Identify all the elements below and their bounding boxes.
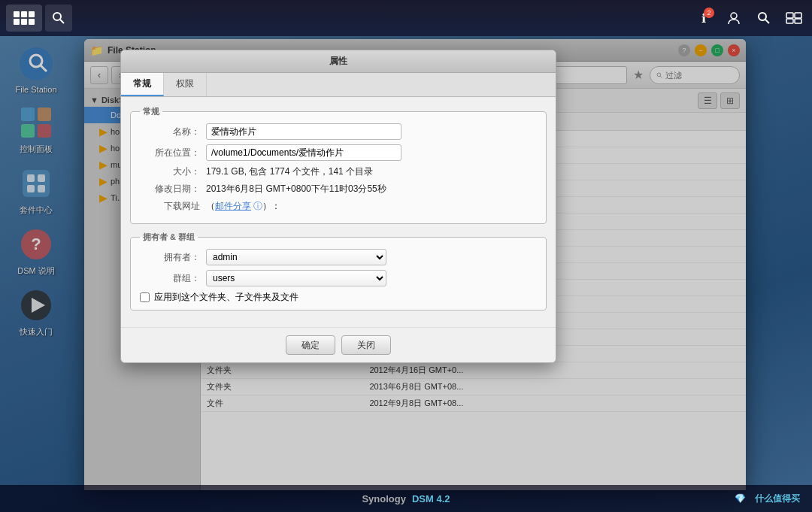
tab-general[interactable]: 常规	[121, 73, 164, 96]
taskbar-apps	[6, 5, 72, 32]
location-row: 所在位置：	[140, 144, 537, 161]
group-select-wrapper: usersadministratorshttp	[206, 270, 386, 286]
group-select[interactable]: usersadministratorshttp	[206, 270, 386, 286]
svg-point-0	[53, 13, 61, 20]
svg-point-2	[731, 13, 737, 19]
brand-watermark: 💎 什么值得买	[732, 492, 803, 505]
app-grid-button[interactable]	[6, 5, 42, 32]
modified-value: 2013年6月8日 GMT+0800下午11时03分55秒	[206, 183, 386, 195]
apply-checkbox[interactable]	[140, 292, 150, 302]
owner-group-legend: 拥有者 & 群组	[140, 232, 198, 243]
size-label: 大小：	[140, 165, 200, 178]
apply-label: 应用到这个文件夹、子文件夹及文件	[154, 291, 298, 304]
general-section: 常规 名称： 所在位置： 大小： 179.1 GB, 包含 1774 个文件，1…	[130, 106, 547, 224]
owner-group-section: 拥有者 & 群组 拥有者： adminguest 群组： usersadmini…	[130, 232, 547, 311]
modified-row: 修改日期： 2013年6月8日 GMT+0800下午11时03分55秒	[140, 183, 537, 195]
name-row: 名称：	[140, 123, 537, 140]
size-row: 大小： 179.1 GB, 包含 1774 个文件，141 个目录	[140, 165, 537, 178]
download-value: （邮件分享 ⓘ）：	[206, 200, 280, 213]
close-dialog-button[interactable]: 关闭	[341, 335, 391, 355]
dialog-content: 常规 名称： 所在位置： 大小： 179.1 GB, 包含 1774 个文件，1…	[121, 97, 556, 327]
info-circle: ⓘ	[253, 201, 262, 211]
properties-dialog: 属性 常规 权限 常规 名称： 所在位置： 大小： 179.1 GB, 包含	[120, 50, 556, 363]
general-legend: 常规	[140, 106, 162, 117]
name-input[interactable]	[206, 123, 401, 140]
synology-text: Synology	[362, 493, 406, 504]
name-label: 名称：	[140, 126, 200, 138]
svg-line-1	[60, 20, 64, 23]
taskbar-right: ℹ 2	[692, 6, 806, 30]
brand-text: 什么值得买	[755, 492, 800, 505]
dialog-buttons: 确定 关闭	[121, 327, 556, 362]
group-label: 群组：	[140, 272, 200, 285]
owner-label: 拥有者：	[140, 251, 200, 264]
search-icon-2	[757, 11, 771, 25]
taskbar: ℹ 2	[0, 0, 812, 36]
diamond-icon: 💎	[735, 493, 746, 504]
global-search-button[interactable]	[752, 6, 776, 30]
dialog-titlebar: 属性	[121, 50, 556, 73]
search-icon	[52, 11, 65, 25]
svg-rect-5	[786, 13, 793, 18]
notification-button[interactable]: ℹ 2	[692, 6, 716, 30]
taskbar-search-button[interactable]	[45, 5, 72, 32]
window-manager-button[interactable]	[782, 6, 806, 30]
svg-line-4	[765, 20, 769, 23]
svg-point-3	[759, 13, 766, 20]
dialog-tabs: 常规 权限	[121, 73, 556, 97]
svg-rect-8	[795, 19, 801, 23]
owner-select-wrapper: adminguest	[206, 249, 386, 265]
window-manager-icon	[786, 12, 802, 24]
user-icon	[727, 11, 741, 25]
apply-row: 应用到这个文件夹、子文件夹及文件	[140, 291, 537, 304]
owner-select[interactable]: adminguest	[206, 249, 386, 265]
location-input[interactable]	[206, 144, 401, 161]
dialog-title: 属性	[127, 55, 550, 68]
notification-badge: 2	[704, 8, 714, 18]
owner-row: 拥有者： adminguest	[140, 249, 537, 265]
tab-permissions[interactable]: 权限	[164, 73, 207, 96]
confirm-button[interactable]: 确定	[286, 335, 335, 355]
grid-icon	[14, 11, 35, 25]
svg-rect-7	[786, 19, 793, 23]
location-label: 所在位置：	[140, 147, 200, 159]
modified-label: 修改日期：	[140, 183, 200, 195]
size-value: 179.1 GB, 包含 1774 个文件，141 个目录	[206, 165, 373, 178]
bottom-bar: Synology DSM 4.2 💎 什么值得买	[0, 485, 812, 512]
download-label: 下载网址	[140, 200, 200, 213]
svg-rect-6	[795, 13, 801, 18]
email-share-link[interactable]: 邮件分享	[215, 201, 251, 211]
dialog-overlay: 属性 常规 权限 常规 名称： 所在位置： 大小： 179.1 GB, 包含	[0, 0, 812, 512]
download-row: 下载网址 （邮件分享 ⓘ）：	[140, 200, 537, 213]
group-row: 群组： usersadministratorshttp	[140, 270, 537, 286]
dsm-version: DSM 4.2	[412, 493, 450, 504]
user-button[interactable]	[722, 6, 746, 30]
